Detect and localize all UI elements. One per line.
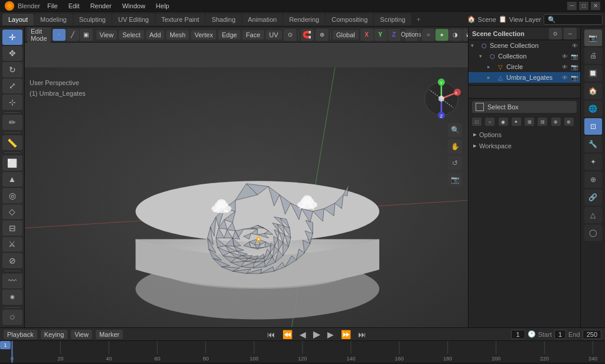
- outliner-item-scene[interactable]: ▾ ⬡ Scene Collection 👁: [469, 40, 580, 51]
- select-menu[interactable]: Select: [119, 30, 144, 40]
- prop-render-btn[interactable]: 📷: [584, 30, 602, 46]
- render-icon[interactable]: 📷: [571, 53, 578, 60]
- 3d-viewport[interactable]: Edit Mode · ╱ ▣ View Select Add Mesh Ver…: [25, 27, 468, 327]
- tab-texture-paint[interactable]: Texture Paint: [155, 14, 205, 25]
- tab-shading[interactable]: Shading: [206, 14, 241, 25]
- y-axis-btn[interactable]: Y: [374, 29, 387, 41]
- face-mode-btn[interactable]: ▣: [80, 29, 93, 41]
- menu-help[interactable]: Help: [152, 1, 173, 11]
- maximize-button[interactable]: □: [579, 2, 588, 10]
- rotate-tool[interactable]: ↻: [2, 62, 22, 77]
- close-button[interactable]: ✕: [591, 2, 600, 10]
- add-cube-tool[interactable]: ⬜: [2, 155, 22, 171]
- mode-btn-4[interactable]: ✦: [512, 118, 521, 126]
- outliner-sync-btn[interactable]: ↔: [564, 28, 577, 40]
- mode-btn-1[interactable]: □: [472, 118, 482, 126]
- orbit-btn[interactable]: ↺: [448, 156, 462, 170]
- next-frame-btn[interactable]: ⏩: [339, 330, 353, 339]
- mode-btn-7[interactable]: ⊕: [551, 118, 561, 126]
- tab-rendering[interactable]: Rendering: [283, 14, 325, 25]
- proportional-edit-btn[interactable]: ⊙: [284, 29, 297, 41]
- menu-render[interactable]: Render: [87, 1, 115, 11]
- visibility-icon-3[interactable]: 👁: [562, 64, 568, 70]
- tab-sculpting[interactable]: Sculpting: [73, 14, 112, 25]
- prop-constraints-btn[interactable]: 🔗: [584, 189, 602, 206]
- options-btn[interactable]: Options: [405, 29, 418, 41]
- prop-world-btn[interactable]: 🌐: [584, 100, 602, 117]
- bevel-tool[interactable]: ◇: [2, 204, 22, 220]
- prop-material-btn[interactable]: ◯: [584, 225, 602, 241]
- playback-menu[interactable]: Playback: [4, 330, 37, 339]
- add-workspace-button[interactable]: ＋: [412, 12, 425, 26]
- options-expand-btn[interactable]: ▸ Options: [473, 131, 575, 138]
- prop-object-btn[interactable]: ⊡: [584, 118, 602, 135]
- outliner-item-circle[interactable]: ▸ ▽ Circle 👁 📷: [469, 61, 580, 72]
- knife-tool[interactable]: ⚔: [2, 237, 22, 252]
- outliner-filter-btn[interactable]: ⊙: [549, 28, 562, 40]
- menu-file[interactable]: File: [44, 1, 61, 11]
- transform-pivot-btn[interactable]: ⊕: [315, 29, 328, 41]
- timeline-ruler[interactable]: 0 20 40 60 80 100 120 140 160: [0, 340, 605, 363]
- hide-selected-tool[interactable]: ⬡: [2, 310, 22, 325]
- current-frame-display[interactable]: 1: [511, 330, 525, 339]
- extrude-tool[interactable]: ▲: [2, 172, 22, 187]
- mode-btn-2[interactable]: ○: [485, 118, 495, 126]
- mode-btn-5[interactable]: ⊞: [525, 118, 534, 126]
- z-axis-btn[interactable]: Z: [388, 29, 401, 41]
- jump-end-btn[interactable]: ⏭: [356, 330, 368, 339]
- annotate-tool[interactable]: ✏: [2, 115, 22, 130]
- uv-menu[interactable]: UV: [266, 30, 282, 40]
- camera-btn[interactable]: 📷: [448, 173, 462, 187]
- keying-menu[interactable]: Keying: [41, 330, 68, 339]
- edge-mode-btn[interactable]: ╱: [66, 29, 79, 41]
- move-tool[interactable]: ✥: [2, 46, 22, 61]
- mesh-menu[interactable]: Mesh: [166, 30, 189, 40]
- zoom-in-btn[interactable]: 🔍: [448, 123, 462, 137]
- tab-modeling[interactable]: Modeling: [34, 14, 73, 25]
- viewport-canvas[interactable]: User Perspective (1) Umbra_Legates: [25, 58, 468, 327]
- render-icon-4[interactable]: 📷: [571, 74, 578, 81]
- prop-physics-btn[interactable]: ⊕: [584, 171, 602, 188]
- add-menu[interactable]: Add: [146, 30, 165, 40]
- tab-layout[interactable]: Layout: [2, 14, 34, 25]
- tab-uv-editing[interactable]: UV Editing: [112, 14, 155, 25]
- tab-compositing[interactable]: Compositing: [326, 14, 373, 25]
- visibility-icon-4[interactable]: 👁: [562, 74, 568, 81]
- marker-menu[interactable]: Marker: [96, 330, 123, 339]
- rendered-btn[interactable]: ◕: [463, 29, 468, 41]
- mode-btn-3[interactable]: ◉: [499, 118, 508, 126]
- prop-view-btn[interactable]: 🔲: [584, 65, 602, 82]
- prop-output-btn[interactable]: 🖨: [584, 47, 602, 64]
- solid-btn[interactable]: ●: [435, 29, 448, 41]
- outliner-item-umbra[interactable]: ▸ △ Umbra_Legates 👁 📷: [469, 72, 580, 83]
- cursor-tool[interactable]: ✛: [2, 30, 22, 45]
- search-input[interactable]: [544, 14, 603, 25]
- menu-window[interactable]: Window: [119, 1, 149, 11]
- global-transform[interactable]: Global: [333, 30, 359, 40]
- face-menu[interactable]: Face: [242, 30, 264, 40]
- play-btn[interactable]: ▶: [311, 329, 322, 340]
- bisect-tool[interactable]: ⊘: [2, 253, 22, 268]
- render-icon-3[interactable]: 📷: [571, 64, 578, 70]
- randomize-tool[interactable]: ⁕: [2, 290, 22, 305]
- tab-scripting[interactable]: Scripting: [374, 14, 411, 25]
- outliner-item-collection[interactable]: ▾ ⬡ Collection 👁 📷: [469, 51, 580, 61]
- snap-btn[interactable]: 🧲: [301, 29, 314, 41]
- material-btn[interactable]: ◑: [449, 29, 462, 41]
- edge-menu[interactable]: Edge: [218, 30, 240, 40]
- prop-particles-btn[interactable]: ✦: [584, 154, 602, 170]
- start-frame[interactable]: 1: [554, 330, 566, 339]
- prop-data-btn[interactable]: △: [584, 207, 602, 223]
- jump-start-btn[interactable]: ⏮: [265, 330, 277, 339]
- viewport-gizmo[interactable]: X Y Z: [421, 78, 462, 119]
- end-frame[interactable]: 250: [583, 330, 601, 339]
- menu-edit[interactable]: Edit: [65, 1, 83, 11]
- inset-tool[interactable]: ◎: [2, 188, 22, 203]
- minimize-button[interactable]: ─: [567, 2, 577, 10]
- prop-modifier-btn[interactable]: 🔧: [584, 136, 602, 152]
- workspace-expand-btn[interactable]: ▸ Workspace: [473, 142, 575, 150]
- measure-tool[interactable]: 📏: [2, 135, 22, 151]
- select-box-btn[interactable]: Select Box: [472, 101, 577, 113]
- prop-scene-btn[interactable]: 🏠: [584, 83, 602, 99]
- prev-frame-btn[interactable]: ⏪: [281, 330, 294, 339]
